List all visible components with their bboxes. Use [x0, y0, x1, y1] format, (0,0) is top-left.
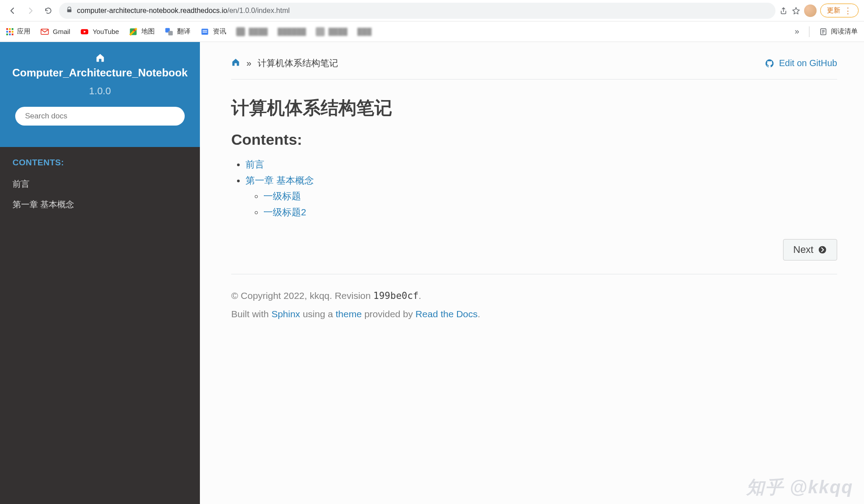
svg-point-4	[133, 29, 136, 31]
kebab-menu-icon: ⋮	[844, 7, 852, 15]
watermark: 知乎 @kkqq	[746, 475, 853, 500]
lock-icon	[66, 7, 72, 15]
divider	[231, 274, 837, 274]
svg-rect-9	[203, 32, 207, 33]
reload-button[interactable]	[41, 4, 55, 18]
project-version: 1.0.0	[7, 85, 193, 97]
sidebar-item-chapter-1[interactable]: 第一章 基本概念	[0, 194, 200, 215]
toc-item: 一级标题2	[263, 204, 837, 220]
theme-link[interactable]: theme	[335, 309, 361, 319]
home-icon[interactable]	[7, 53, 193, 65]
reading-list-icon	[819, 28, 827, 36]
bookmark-translate[interactable]: 翻译	[165, 27, 191, 36]
next-button[interactable]: Next	[783, 239, 837, 260]
bookmark-hidden-2[interactable]: ██████	[278, 28, 306, 35]
profile-avatar[interactable]	[804, 4, 817, 17]
apps-grid-icon	[6, 28, 13, 35]
divider	[809, 26, 809, 37]
content-area: » 计算机体系结构笔记 Edit on GitHub 计算机体系结构笔记 Con…	[200, 42, 864, 504]
forward-button[interactable]	[23, 4, 38, 18]
bookmark-hidden-3[interactable]: ████	[316, 27, 347, 36]
toc-link-heading-2[interactable]: 一级标题2	[263, 207, 306, 217]
arrow-right-circle-icon	[818, 245, 827, 254]
back-button[interactable]	[5, 4, 20, 18]
toc-item: 一级标题	[263, 188, 837, 204]
sidebar-caption: CONTENTS:	[0, 147, 200, 174]
address-bar[interactable]: computer-architecture-notebook.readthedo…	[59, 3, 775, 19]
page-title: 计算机体系结构笔记	[231, 96, 837, 120]
bookmarks-overflow[interactable]: »	[795, 27, 799, 36]
news-icon	[200, 27, 209, 36]
svg-rect-8	[203, 30, 207, 31]
edit-on-github-link[interactable]: Edit on GitHub	[765, 58, 837, 68]
breadcrumb-separator: »	[246, 58, 251, 68]
footer: © Copyright 2022, kkqq. Revision 199be0c…	[231, 287, 837, 323]
reading-list-button[interactable]: 阅读清单	[819, 27, 858, 36]
project-title[interactable]: Computer_Architecture_Notebook	[7, 67, 193, 79]
github-icon	[765, 59, 775, 68]
gmail-icon	[40, 27, 49, 36]
toc-list: 前言 第一章 基本概念 一级标题 一级标题2	[243, 156, 837, 220]
toc-link-chapter-1[interactable]: 第一章 基本概念	[246, 175, 314, 185]
translate-icon	[165, 27, 174, 36]
toc-item: 前言	[246, 156, 837, 172]
search-input[interactable]	[15, 107, 185, 126]
toc-link-preface[interactable]: 前言	[246, 159, 264, 169]
contents-heading: Contents:	[231, 131, 837, 148]
sidebar-item-preface[interactable]: 前言	[0, 174, 200, 194]
bookmark-maps[interactable]: 地图	[129, 27, 155, 36]
bookmark-gmail[interactable]: Gmail	[40, 27, 70, 36]
rtd-link[interactable]: Read the Docs	[415, 309, 478, 319]
browser-toolbar: computer-architecture-notebook.readthedo…	[0, 0, 864, 21]
sidebar-header: Computer_Architecture_Notebook 1.0.0	[0, 42, 200, 147]
share-icon[interactable]	[779, 6, 788, 15]
breadcrumb: » 计算机体系结构笔记	[231, 57, 338, 69]
toc-link-heading-1[interactable]: 一级标题	[263, 191, 301, 201]
url-path: /en/1.0.0/index.html	[227, 7, 290, 14]
revision: 199be0cf	[373, 290, 419, 301]
svg-rect-6	[168, 31, 173, 35]
breadcrumb-current: 计算机体系结构笔记	[258, 57, 338, 69]
update-button[interactable]: 更新 ⋮	[820, 4, 859, 17]
bookmark-hidden-1[interactable]: ████	[236, 27, 268, 36]
sidebar-nav: 前言 第一章 基本概念	[0, 174, 200, 215]
bookmark-news[interactable]: 资讯	[200, 27, 226, 36]
toc-item: 第一章 基本概念 一级标题 一级标题2	[246, 172, 837, 220]
bookmarks-bar: 应用 Gmail YouTube 地图 翻译 资讯 ████ ██████ ██…	[0, 21, 864, 42]
breadcrumb-home-icon[interactable]	[231, 58, 240, 69]
apps-shortcut[interactable]: 应用	[6, 27, 30, 36]
youtube-icon	[80, 27, 89, 36]
svg-rect-0	[67, 9, 71, 12]
sphinx-link[interactable]: Sphinx	[271, 309, 300, 319]
bookmark-youtube[interactable]: YouTube	[80, 27, 119, 36]
bookmark-hidden-4[interactable]: ███	[357, 28, 372, 35]
url-host: computer-architecture-notebook.readthedo…	[77, 7, 227, 14]
sidebar: Computer_Architecture_Notebook 1.0.0 CON…	[0, 42, 200, 504]
svg-point-11	[819, 246, 826, 253]
divider	[231, 79, 837, 80]
star-icon[interactable]	[792, 6, 800, 15]
maps-icon	[129, 27, 138, 36]
